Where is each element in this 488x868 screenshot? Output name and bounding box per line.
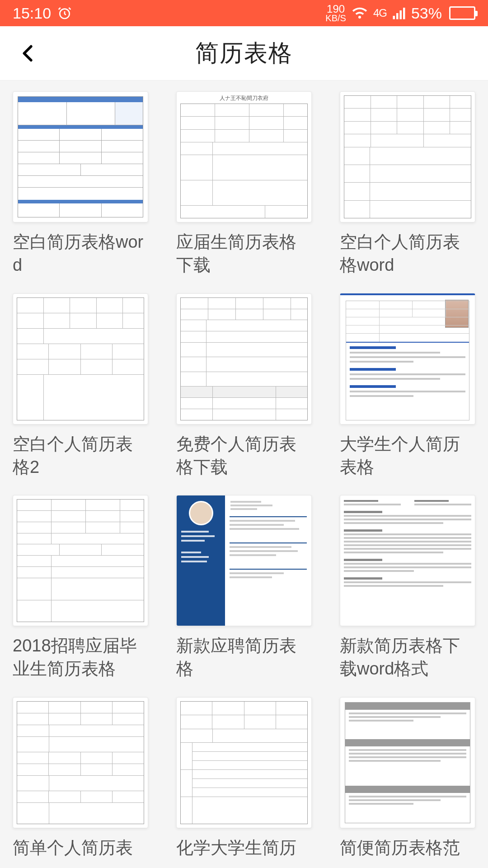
wifi-icon bbox=[352, 5, 368, 21]
alarm-icon bbox=[57, 6, 72, 20]
template-title: 空白个人简历表格word bbox=[340, 231, 475, 277]
template-thumb bbox=[13, 697, 148, 828]
signal-icon bbox=[392, 6, 406, 20]
svg-rect-3 bbox=[399, 10, 402, 19]
svg-rect-4 bbox=[403, 8, 405, 19]
svg-rect-2 bbox=[396, 13, 399, 19]
template-title: 免费个人简历表格下载 bbox=[176, 433, 312, 479]
template-title: 应届生简历表格下载 bbox=[176, 231, 312, 277]
net-type: 4G bbox=[373, 7, 387, 19]
status-bar: 15:10 190 KB/S 4G 53% bbox=[0, 0, 488, 26]
template-thumb bbox=[13, 495, 148, 626]
template-card[interactable]: 简单个人简历表 bbox=[13, 697, 148, 859]
status-left: 15:10 bbox=[13, 5, 72, 22]
template-title: 新款简历表格下载word格式 bbox=[340, 634, 475, 681]
template-card[interactable]: 免费个人简历表格下载 bbox=[176, 293, 312, 479]
template-thumb bbox=[340, 91, 475, 222]
template-title: 空白个人简历表格2 bbox=[13, 433, 148, 479]
status-time: 15:10 bbox=[13, 5, 51, 22]
template-card[interactable]: 空白简历表格word bbox=[13, 91, 148, 277]
template-card[interactable]: 人ナ王不恥間刀衣府 应届生简历表格下载 bbox=[176, 91, 312, 277]
template-card[interactable]: 2018招聘应届毕业生简历表格 bbox=[13, 495, 148, 681]
template-title: 简单个人简历表 bbox=[13, 836, 148, 859]
svg-rect-1 bbox=[393, 16, 395, 19]
nav-header: 简历表格 bbox=[0, 26, 488, 80]
template-card[interactable]: 新款应聘简历表格 bbox=[176, 495, 312, 681]
template-thumb bbox=[176, 495, 312, 626]
template-grid: 空白简历表格word 人ナ王不恥間刀衣府 应届生简历表格下载 bbox=[0, 80, 488, 859]
net-speed: 190 KB/S bbox=[325, 4, 346, 22]
template-title: 大学生个人简历表格 bbox=[340, 433, 475, 479]
template-thumb bbox=[13, 293, 148, 425]
template-thumb bbox=[13, 91, 148, 222]
template-card[interactable]: 化学大学生简历 bbox=[176, 697, 312, 859]
status-right: 190 KB/S 4G 53% bbox=[325, 4, 475, 22]
template-card[interactable]: 新款简历表格下载word格式 bbox=[340, 495, 475, 681]
back-button[interactable] bbox=[13, 38, 44, 69]
template-thumb bbox=[176, 293, 312, 425]
template-card[interactable]: 简便简历表格范 bbox=[340, 697, 475, 859]
template-card[interactable]: 空白个人简历表格word bbox=[340, 91, 475, 277]
template-thumb bbox=[340, 293, 475, 425]
template-title: 简便简历表格范 bbox=[340, 836, 475, 859]
battery-icon bbox=[447, 6, 475, 20]
template-title: 新款应聘简历表格 bbox=[176, 634, 312, 681]
page-title: 简历表格 bbox=[0, 38, 488, 69]
template-thumb bbox=[340, 495, 475, 626]
template-thumb bbox=[340, 697, 475, 828]
template-title: 2018招聘应届毕业生简历表格 bbox=[13, 634, 148, 681]
battery-percent: 53% bbox=[411, 5, 442, 22]
template-card[interactable]: 空白个人简历表格2 bbox=[13, 293, 148, 479]
template-card[interactable]: 大学生个人简历表格 bbox=[340, 293, 475, 479]
template-thumb bbox=[176, 697, 312, 828]
template-title: 化学大学生简历 bbox=[176, 836, 312, 859]
template-title: 空白简历表格word bbox=[13, 231, 148, 277]
template-thumb: 人ナ王不恥間刀衣府 bbox=[176, 91, 312, 222]
